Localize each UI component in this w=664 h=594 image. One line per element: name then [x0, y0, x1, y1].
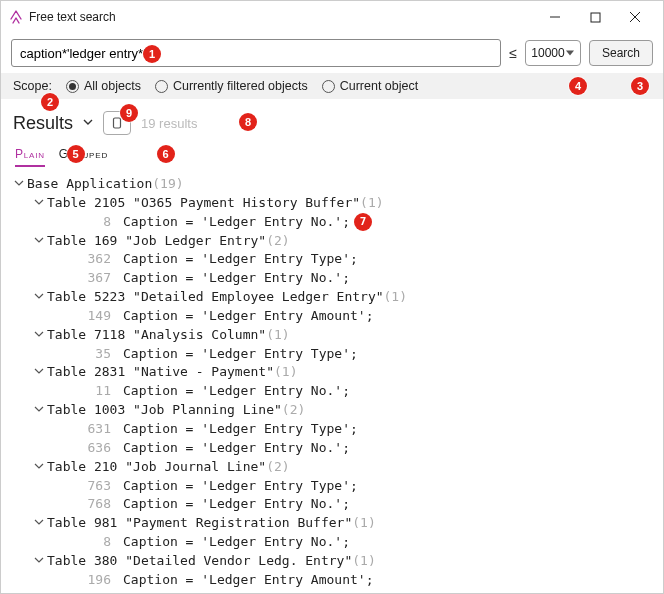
tree-group[interactable]: Table 210 "Job Journal Line" (2) [7, 458, 657, 477]
tree-group[interactable]: Table 2105 "O365 Payment History Buffer"… [7, 194, 657, 213]
tree-line[interactable]: 636Caption = 'Ledger Entry No.'; [7, 439, 657, 458]
radio-dot-icon [322, 80, 335, 93]
tree-group[interactable]: Table 169 "Job Ledger Entry" (2) [7, 232, 657, 251]
svg-rect-4 [114, 118, 121, 128]
chevron-down-icon[interactable] [83, 116, 93, 130]
line-number: 8 [65, 213, 111, 232]
code-text: Caption = 'Ledger Entry Type'; [123, 477, 358, 496]
tree-line[interactable]: 768Caption = 'Ledger Entry No.'; [7, 495, 657, 514]
tree-group[interactable]: Table 1003 "Job Planning Line" (2) [7, 401, 657, 420]
limit-value: 10000 [531, 46, 564, 60]
callout-1: 1 [143, 45, 161, 63]
chevron-down-icon[interactable] [31, 194, 47, 213]
tree-line[interactable]: 8Caption = 'Ledger Entry No.';7 [7, 213, 657, 232]
line-number: 196 [65, 571, 111, 589]
results-header: Results 9 19 results 8 [1, 99, 663, 139]
tree-line[interactable]: 149Caption = 'Ledger Entry Amount'; [7, 307, 657, 326]
chevron-down-icon[interactable] [11, 175, 27, 194]
chevron-down-icon[interactable] [31, 363, 47, 382]
results-count: 19 results [141, 116, 197, 131]
title-bar: Free text search [1, 1, 663, 33]
callout-2: 2 [41, 93, 59, 111]
callout-6: 6 [157, 145, 175, 163]
chevron-down-icon[interactable] [31, 326, 47, 345]
callout-4: 4 [569, 77, 587, 95]
leq-symbol: ≤ [509, 45, 517, 61]
search-bar: 1 ≤ 10000 Search [1, 33, 663, 73]
chevron-down-icon[interactable] [31, 401, 47, 420]
code-text: Caption = 'Ledger Entry Amount'; [123, 307, 373, 326]
limit-select[interactable]: 10000 [525, 40, 581, 66]
line-number: 8 [65, 533, 111, 552]
tree-line[interactable]: 196Caption = 'Ledger Entry Amount'; [7, 571, 657, 589]
scope-label: Scope: [13, 79, 52, 93]
line-number: 763 [65, 477, 111, 496]
window-title: Free text search [29, 10, 116, 24]
line-number: 35 [65, 345, 111, 364]
callout-8: 8 [239, 113, 257, 131]
tree-line[interactable]: 763Caption = 'Ledger Entry Type'; [7, 477, 657, 496]
code-text: Caption = 'Ledger Entry Type'; [123, 345, 358, 364]
maximize-button[interactable] [575, 3, 615, 31]
code-text: Caption = 'Ledger Entry Type'; [123, 420, 358, 439]
search-button[interactable]: Search [589, 40, 653, 66]
scope-bar: Scope: All objects Currently filtered ob… [1, 73, 663, 99]
code-text: Caption = 'Ledger Entry No.'; [123, 269, 350, 288]
line-number: 362 [65, 250, 111, 269]
callout-3: 3 [631, 77, 649, 95]
code-text: Caption = 'Ledger Entry Type'; [123, 250, 358, 269]
code-text: Caption = 'Ledger Entry No.'; [123, 495, 350, 514]
tree-group[interactable]: Table 981 "Payment Registration Buffer" … [7, 514, 657, 533]
tree-line[interactable]: 631Caption = 'Ledger Entry Type'; [7, 420, 657, 439]
radio-dot-icon [66, 80, 79, 93]
callout-7: 7 [354, 213, 372, 231]
search-input[interactable] [11, 39, 501, 67]
tree-line[interactable]: 11Caption = 'Ledger Entry No.'; [7, 382, 657, 401]
line-number: 149 [65, 307, 111, 326]
code-text: Caption = 'Ledger Entry Amount'; [123, 571, 373, 589]
tree-group[interactable]: Table 7118 "Analysis Column" (1) [7, 326, 657, 345]
tree-line[interactable]: 367Caption = 'Ledger Entry No.'; [7, 269, 657, 288]
tree-line[interactable]: 35Caption = 'Ledger Entry Type'; [7, 345, 657, 364]
chevron-down-icon[interactable] [31, 458, 47, 477]
tree-line[interactable]: 8Caption = 'Ledger Entry No.'; [7, 533, 657, 552]
line-number: 636 [65, 439, 111, 458]
line-number: 768 [65, 495, 111, 514]
chevron-down-icon[interactable] [31, 288, 47, 307]
tree-group[interactable]: Table 380 "Detailed Vendor Ledg. Entry" … [7, 552, 657, 571]
tabs: Plain Grouped 5 6 [1, 139, 663, 173]
code-text: Caption = 'Ledger Entry No.'; [123, 533, 350, 552]
app-logo-icon [9, 10, 23, 24]
tree-line[interactable]: 362Caption = 'Ledger Entry Type'; [7, 250, 657, 269]
tree-group[interactable]: Table 2831 "Native - Payment" (1) [7, 363, 657, 382]
line-number: 631 [65, 420, 111, 439]
scope-filtered-radio[interactable]: Currently filtered objects [155, 79, 308, 93]
results-tree[interactable]: Base Application (19)Table 2105 "O365 Pa… [1, 173, 663, 589]
chevron-down-icon[interactable] [31, 514, 47, 533]
code-text: Caption = 'Ledger Entry No.'; [123, 439, 350, 458]
results-heading: Results [13, 113, 73, 134]
line-number: 11 [65, 382, 111, 401]
scope-current-radio[interactable]: Current object [322, 79, 419, 93]
close-button[interactable] [615, 3, 655, 31]
code-text: Caption = 'Ledger Entry No.'; [123, 382, 350, 401]
callout-9: 9 [120, 104, 138, 122]
chevron-down-icon[interactable] [31, 232, 47, 251]
minimize-button[interactable] [535, 3, 575, 31]
tab-plain[interactable]: Plain [15, 147, 45, 167]
tree-root[interactable]: Base Application (19) [7, 175, 657, 194]
radio-dot-icon [155, 80, 168, 93]
line-number: 367 [65, 269, 111, 288]
scope-all-radio[interactable]: All objects [66, 79, 141, 93]
code-text: Caption = 'Ledger Entry No.'; [123, 213, 350, 232]
svg-rect-1 [591, 13, 600, 22]
tree-group[interactable]: Table 5223 "Detailed Employee Ledger Ent… [7, 288, 657, 307]
chevron-down-icon[interactable] [31, 552, 47, 571]
batch-button[interactable]: 9 [103, 111, 131, 135]
callout-5: 5 [67, 145, 85, 163]
